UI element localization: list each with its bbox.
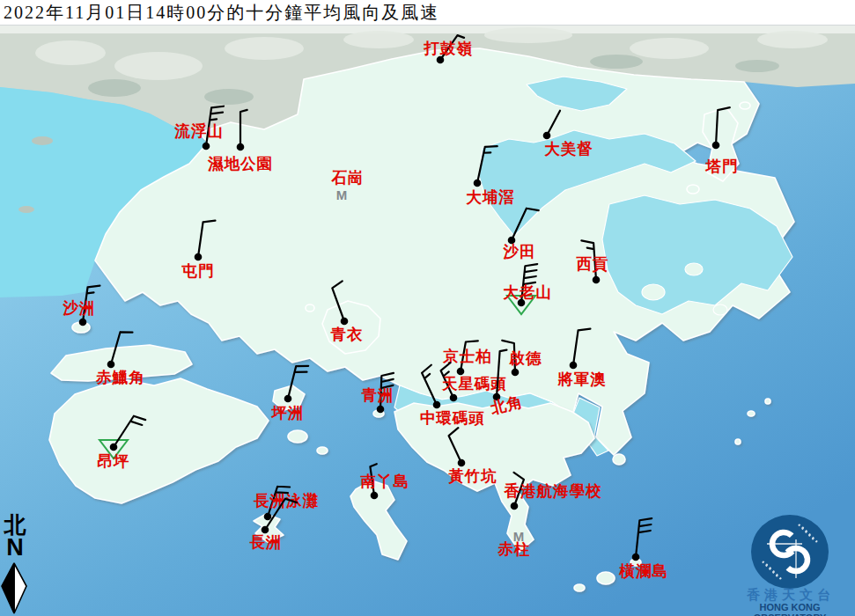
station-dot [262,526,269,534]
station-label: 西貢 [576,255,609,273]
station-dot [107,361,115,369]
wind-barb [573,329,590,365]
station-tates-cairn: 大老山 [503,264,552,314]
station-dot [632,554,640,561]
hko-logo [751,515,829,589]
station-dot [712,142,720,150]
station-tai-po-kau: 大埔滘 [466,146,515,206]
station-dot [195,253,203,261]
station-label: 大老山 [503,283,552,301]
wind-barb [332,281,344,321]
station-label: 沙洲 [63,299,96,317]
hko-logo-english: HONG KONG OBSERVATORY [724,602,855,616]
station-label: 將軍澳 [556,370,607,388]
station-dot [593,276,601,284]
station-label: 長洲泳灘 [253,492,319,510]
station-label: 南丫島 [360,473,409,490]
station-label: 濕地公園 [207,155,273,172]
station-kai-tak: 啟德 [502,341,542,376]
wind-barb [636,518,652,557]
station-lamma-island: 南丫島 [360,464,409,499]
station-dot [458,459,466,467]
station-label: 香港航海學校 [504,482,602,500]
station-label: 赤鱲角 [95,369,145,386]
wind-barb [198,221,215,257]
station-label: 中環碼頭 [420,409,485,427]
station-dot [264,513,272,521]
station-label: 大埔滘 [466,188,515,206]
map-title: 2022年11月01日14時00分的十分鐘平均風向及風速 [4,1,439,25]
wind-barb [512,209,539,240]
station-label: 啟德 [509,349,542,367]
station-label: 石崗 [331,169,365,187]
station-tai-mei-tuk: 大美督 [543,111,593,158]
missing-data-marker: M [336,187,348,202]
wind-barb [477,146,498,183]
station-label: 坪洲 [271,404,305,422]
station-dot [512,369,520,377]
station-cheung-chau-beach: 長洲泳灘 [253,487,319,521]
compass-north-letter: N [2,537,28,558]
wind-barb [240,110,247,147]
wind-barb [114,416,145,447]
station-tseung-kwan-o: 將軍澳 [556,329,607,388]
station-kings-park: 京士柏 [442,341,492,375]
wind-barb [449,428,461,463]
station-dot [79,319,87,326]
station-label: 橫瀾島 [618,562,668,580]
station-ta-kwu-ling: 打鼓嶺 [423,35,473,63]
station-stanley: M赤柱 [498,529,531,558]
station-ngong-ping: 昂坪 [98,416,146,470]
wind-map-screenshot: 打鼓嶺流浮山濕地公園大美督塔門大埔滘沙田M石崗屯門西貢沙洲大老山青衣赤鱲角京士柏… [0,0,855,616]
station-waglan-island: 橫瀾島 [618,518,668,580]
station-dot [237,143,245,151]
station-label: 昂坪 [98,452,130,470]
station-label: 黃竹坑 [448,467,498,485]
stations-overlay: 打鼓嶺流浮山濕地公園大美督塔門大埔滘沙田M石崗屯門西貢沙洲大老山青衣赤鱲角京士柏… [0,0,855,616]
wind-barb [422,365,437,405]
station-peng-chau: 坪洲 [271,366,309,422]
station-dot [341,318,349,326]
station-dot [433,401,441,409]
compass: 北 N [2,514,28,558]
station-tap-mun: 塔門 [705,107,739,175]
station-chek-lap-kok: 赤鱲角 [95,332,145,386]
station-tuen-mun: 屯門 [181,221,216,280]
station-wong-chuk-hang: 黃竹坑 [448,428,498,485]
station-dot [570,362,578,370]
station-lau-fau-shan: 流浮山 [173,106,224,150]
station-label: 青衣 [330,326,364,343]
station-dot [457,368,465,376]
station-dot [110,444,118,451]
station-dot [284,395,292,403]
station-dot [474,180,482,187]
station-tsing-yi: 青衣 [330,281,364,343]
station-dot [203,143,210,150]
wind-barb [716,107,730,145]
station-dot [511,502,519,510]
wind-barb [111,332,132,364]
station-shek-kong: M石崗 [331,169,365,202]
north-arrow [2,563,26,613]
title-bar: 2022年11月01日14時00分的十分鐘平均風向及風速 [0,0,855,26]
station-label: 打鼓嶺 [423,40,473,57]
wind-barb [547,111,560,136]
station-green-island: 青洲 [361,373,394,413]
station-dot [371,492,379,500]
station-label: 長洲 [249,533,283,551]
station-sai-kung: 西貢 [576,240,609,283]
wind-barb [288,366,308,399]
station-label: 屯門 [181,262,215,280]
station-sha-chau: 沙洲 [63,286,100,326]
station-label: 沙田 [503,243,536,260]
station-label: 流浮山 [173,122,224,140]
station-label: 青洲 [361,386,394,404]
station-dot [450,394,458,402]
station-sha-tin: 沙田 [503,209,539,260]
station-label: 大美督 [544,140,593,158]
station-label: 塔門 [705,158,739,175]
station-label: 赤柱 [498,540,531,558]
station-hk-sea-school: 香港航海學校 [504,473,602,510]
station-dot [377,406,385,414]
station-dot [543,132,551,140]
